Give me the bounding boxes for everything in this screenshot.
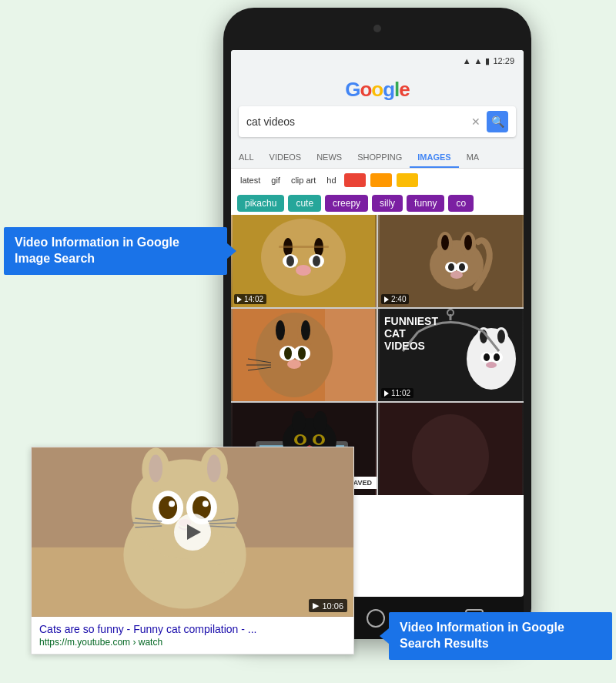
svg-point-17	[464, 235, 472, 250]
color-chip-red[interactable]	[344, 173, 366, 187]
svg-point-8	[286, 256, 294, 266]
svg-point-33	[298, 347, 306, 360]
duration-4: 11:02	[381, 388, 413, 398]
tab-images[interactable]: IMAGES	[410, 148, 458, 168]
video-title[interactable]: Cats are so funny - Funny cat compilatio…	[39, 623, 346, 635]
chip-co[interactable]: co	[448, 195, 474, 212]
svg-point-75	[159, 496, 177, 519]
chip-pikachu[interactable]: pikachu	[237, 195, 284, 212]
svg-point-58	[313, 411, 327, 433]
phone-camera	[373, 25, 381, 32]
svg-point-34	[287, 360, 301, 369]
play-icon-small: ▶	[313, 601, 319, 611]
grid-cell-3[interactable]	[231, 309, 377, 401]
search-query-text: cat videos	[246, 116, 471, 128]
search-button[interactable]: 🔍	[487, 111, 508, 132]
funniest-overlay: FUNNIESTCATVIDEOS	[384, 315, 438, 352]
svg-point-10	[296, 265, 311, 276]
svg-point-32	[284, 347, 292, 360]
label-image-search-text: Video Information in Google Image Search	[15, 236, 179, 265]
svg-point-29	[301, 320, 310, 340]
svg-point-28	[276, 320, 285, 340]
status-icons: ▲ ▲ ▮ 12:29	[463, 56, 514, 66]
status-bar: ▲ ▲ ▮ 12:29	[231, 50, 524, 72]
svg-point-9	[313, 256, 320, 266]
grid-cell-6[interactable]	[378, 403, 524, 495]
label-search-results-text: Video Information in Google Search Resul…	[400, 621, 564, 650]
svg-point-57	[292, 411, 306, 433]
filter-row: latest gif clip art hd	[231, 169, 524, 192]
svg-point-48	[486, 362, 497, 368]
battery-icon: ▮	[485, 56, 490, 66]
svg-point-46	[484, 353, 490, 361]
grid-cell-4[interactable]: FUNNIESTCATVIDEOS 11:02	[378, 309, 524, 401]
svg-point-61	[297, 436, 303, 444]
svg-point-1	[261, 219, 346, 296]
svg-point-72	[207, 454, 221, 482]
svg-rect-11	[279, 246, 329, 248]
search-box[interactable]: cat videos ✕ 🔍	[239, 106, 516, 137]
filter-gif[interactable]: gif	[268, 174, 283, 186]
duration-1: 14:02	[234, 294, 266, 304]
tab-all[interactable]: ALL	[231, 148, 262, 168]
video-duration-text: 10:06	[322, 601, 343, 611]
svg-line-86	[209, 523, 237, 524]
clear-search-icon[interactable]: ✕	[471, 116, 480, 128]
chip-funny[interactable]: funny	[407, 195, 444, 212]
svg-line-83	[132, 523, 160, 524]
video-duration-badge: ▶ 10:06	[309, 599, 347, 612]
color-chip-yellow[interactable]	[397, 173, 418, 187]
tab-shopping[interactable]: SHOPPING	[350, 148, 410, 168]
category-row: pikachu cute creepy silly funny co	[231, 192, 524, 215]
tab-more[interactable]: MA	[459, 148, 487, 168]
label-image-search: Video Information in Google Image Search	[4, 227, 227, 275]
time-display: 12:29	[493, 56, 514, 65]
chip-silly[interactable]: silly	[372, 195, 403, 212]
chip-creepy[interactable]: creepy	[325, 195, 368, 212]
wifi-icon: ▲	[463, 56, 471, 65]
play-triangle-icon	[187, 524, 201, 540]
svg-point-77	[169, 501, 175, 507]
filter-hd[interactable]: hd	[323, 174, 339, 186]
search-magnify-icon: 🔍	[491, 116, 504, 128]
search-area: Google cat videos ✕ 🔍	[231, 72, 524, 148]
tab-videos[interactable]: VIDEOS	[262, 148, 310, 168]
svg-point-21	[459, 263, 465, 271]
label-search-results: Video Information in Google Search Resul…	[389, 612, 612, 660]
tab-news[interactable]: NEWS	[309, 148, 350, 168]
play-button[interactable]	[174, 514, 211, 551]
video-url[interactable]: https://m.youtube.com › watch	[39, 637, 346, 648]
filter-clipart[interactable]: clip art	[288, 174, 319, 186]
video-card[interactable]: ▶ 10:06 Cats are so funny - Funny cat co…	[31, 447, 354, 655]
svg-point-47	[494, 353, 500, 361]
home-button[interactable]	[367, 609, 385, 628]
svg-point-43	[497, 330, 505, 343]
video-info: Cats are so funny - Funny cat compilatio…	[32, 617, 353, 654]
search-nav-tabs: ALL VIDEOS NEWS SHOPPING IMAGES MA	[231, 148, 524, 169]
google-logo: Google	[239, 78, 516, 102]
color-chip-orange[interactable]	[370, 173, 392, 187]
svg-point-62	[316, 436, 322, 444]
svg-point-16	[441, 235, 449, 250]
grid-cell-1[interactable]: 14:02	[231, 215, 377, 307]
svg-point-22	[450, 271, 463, 279]
svg-point-64	[412, 414, 489, 495]
svg-point-78	[203, 501, 209, 507]
svg-point-20	[448, 263, 454, 271]
signal-icon: ▲	[474, 56, 483, 65]
video-thumbnail[interactable]: ▶ 10:06	[32, 447, 353, 617]
grid-cell-2[interactable]: 2:40	[378, 215, 524, 307]
svg-point-81	[206, 534, 233, 565]
svg-point-71	[149, 454, 162, 482]
duration-2: 2:40	[381, 294, 409, 304]
chip-cute[interactable]: cute	[288, 195, 321, 212]
filter-latest[interactable]: latest	[237, 174, 263, 186]
